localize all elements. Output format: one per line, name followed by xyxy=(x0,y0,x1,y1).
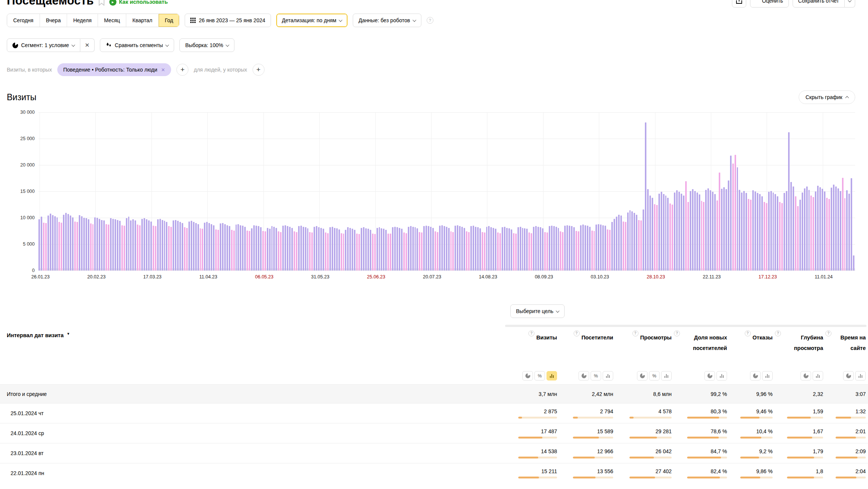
chart-bar[interactable] xyxy=(43,223,44,270)
chart-bar[interactable] xyxy=(287,226,288,270)
chart-bar[interactable] xyxy=(200,228,201,270)
chart-bar[interactable] xyxy=(826,198,828,270)
chart-bar[interactable] xyxy=(96,218,98,270)
chart-bar[interactable] xyxy=(799,200,801,270)
chart-bar[interactable] xyxy=(620,215,622,270)
chart-bar[interactable] xyxy=(446,227,447,270)
chart-bar[interactable] xyxy=(271,226,273,270)
chart-bar[interactable] xyxy=(786,191,787,270)
chart-bar[interactable] xyxy=(415,227,416,270)
chart-bar[interactable] xyxy=(130,220,132,270)
chart-bar[interactable] xyxy=(770,191,772,270)
chart-bar[interactable] xyxy=(764,202,765,270)
chart-bar[interactable] xyxy=(667,198,669,270)
chart-bar[interactable] xyxy=(553,226,555,270)
chart-bar[interactable] xyxy=(356,234,358,270)
chart-bar[interactable] xyxy=(571,226,573,270)
chart-bar[interactable] xyxy=(347,227,349,270)
metric-label[interactable]: Время на сайте xyxy=(833,332,866,354)
chart-bar[interactable] xyxy=(119,221,121,270)
chart-bar[interactable] xyxy=(824,191,825,270)
chart-bar[interactable] xyxy=(278,231,279,270)
percent-view-toggle[interactable]: % xyxy=(649,371,660,381)
chart-bar[interactable] xyxy=(450,231,452,270)
chart-bar[interactable] xyxy=(92,224,94,270)
chart-bar[interactable] xyxy=(137,225,138,270)
chart-bar[interactable] xyxy=(692,189,693,270)
chart-bar[interactable] xyxy=(457,225,458,270)
chart-bar[interactable] xyxy=(262,231,264,270)
chart-bar[interactable] xyxy=(265,231,266,270)
table-scrollbar[interactable] xyxy=(505,325,866,327)
chart-bar[interactable] xyxy=(81,216,83,270)
chart-bar[interactable] xyxy=(316,226,317,270)
chart-bar[interactable] xyxy=(835,186,837,270)
chart-bar[interactable] xyxy=(334,228,335,270)
chart-bar[interactable] xyxy=(217,230,219,270)
chart-bar[interactable] xyxy=(358,234,360,270)
chart-bar[interactable] xyxy=(540,227,541,270)
chart-bar[interactable] xyxy=(828,199,830,270)
chart-bar[interactable] xyxy=(853,255,854,270)
chart-bar[interactable] xyxy=(602,225,604,270)
pie-view-toggle[interactable] xyxy=(704,371,715,381)
chart-bar[interactable] xyxy=(117,220,118,270)
chart-bar[interactable] xyxy=(173,220,174,270)
chart-bar[interactable] xyxy=(289,227,291,270)
chart-bar[interactable] xyxy=(712,192,713,270)
table-row[interactable]: 22.01.2024 пн15 21113 55627 40282,4 %9,8… xyxy=(0,463,868,483)
chart-bar[interactable] xyxy=(231,230,233,270)
pie-view-toggle[interactable] xyxy=(637,371,648,381)
period-tab-неделя[interactable]: Неделя xyxy=(67,14,98,27)
chart-bar[interactable] xyxy=(607,229,608,270)
chart-bar[interactable] xyxy=(159,219,161,270)
chart-bar[interactable] xyxy=(294,231,295,270)
chart-bar[interactable] xyxy=(585,225,586,270)
chart-bar[interactable] xyxy=(260,227,262,270)
chart-bar[interactable] xyxy=(177,221,179,270)
chart-bar[interactable] xyxy=(267,228,268,270)
chart-bar[interactable] xyxy=(307,228,309,270)
chart-bar[interactable] xyxy=(643,209,644,270)
chart-bar[interactable] xyxy=(86,218,87,270)
chart-bar[interactable] xyxy=(256,226,257,270)
chart-bar[interactable] xyxy=(506,228,508,270)
chart-bar[interactable] xyxy=(681,194,682,270)
chart-bar[interactable] xyxy=(515,234,517,270)
chart-bar[interactable] xyxy=(466,231,467,270)
hide-chart-button[interactable]: Скрыть график xyxy=(799,90,855,104)
chart-bar[interactable] xyxy=(580,225,582,270)
chart-bar[interactable] xyxy=(204,223,205,270)
chart-bar[interactable] xyxy=(202,229,203,270)
chart-bar[interactable] xyxy=(220,223,221,270)
chart-bar[interactable] xyxy=(65,213,67,270)
chart-bar[interactable] xyxy=(452,232,454,270)
chart-bar[interactable] xyxy=(636,215,637,270)
chart-bar[interactable] xyxy=(423,226,425,270)
chart-bar[interactable] xyxy=(520,227,521,270)
chart-bar[interactable] xyxy=(730,156,732,270)
chip-close-icon[interactable]: ✕ xyxy=(161,67,165,73)
chart-bar[interactable] xyxy=(493,228,494,270)
bar-view-toggle[interactable] xyxy=(855,371,866,381)
chart-bar[interactable] xyxy=(661,192,662,270)
chart-bar[interactable] xyxy=(50,214,51,270)
chart-bar[interactable] xyxy=(208,223,210,270)
chart-bar[interactable] xyxy=(508,228,510,270)
chart-bar[interactable] xyxy=(761,196,763,270)
chart-bar[interactable] xyxy=(479,228,481,270)
chart-bar[interactable] xyxy=(222,223,224,270)
metric-label[interactable]: Глубина просмотра xyxy=(783,332,823,354)
chart-bar[interactable] xyxy=(815,191,816,270)
chart-bar[interactable] xyxy=(57,217,58,270)
chart-bar[interactable] xyxy=(112,219,114,270)
chart-bar[interactable] xyxy=(822,189,823,270)
chart-bar[interactable] xyxy=(432,228,434,270)
chart-bar[interactable] xyxy=(296,232,297,270)
chart-bar[interactable] xyxy=(58,222,60,270)
chart-bar[interactable] xyxy=(652,198,653,270)
pie-view-toggle[interactable] xyxy=(579,371,589,381)
chart-bar[interactable] xyxy=(504,227,505,270)
chart-bar[interactable] xyxy=(831,188,832,270)
chart-bar[interactable] xyxy=(106,224,107,270)
